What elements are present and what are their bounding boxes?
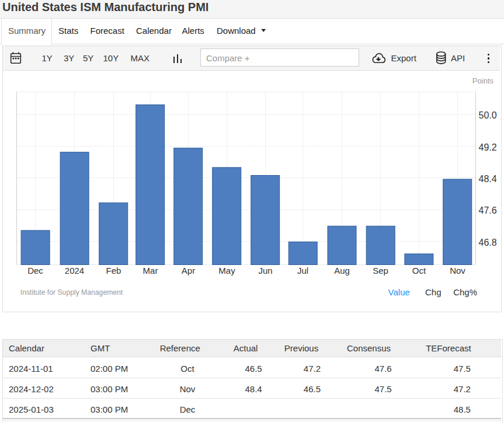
svg-text:47.6: 47.6 [479,205,497,215]
svg-text:Institute for Supply Managemen: Institute for Supply Management [20,288,123,297]
svg-text:Dec: Dec [27,266,43,275]
svg-text:Feb: Feb [106,266,121,275]
svg-text:50.0: 50.0 [479,110,497,120]
svg-text:Aug: Aug [334,266,350,275]
svg-text:May: May [218,266,235,275]
svg-text:Mar: Mar [143,266,158,275]
svg-text:Apr: Apr [182,266,195,275]
svg-text:46.8: 46.8 [479,238,497,247]
svg-text:Oct: Oct [412,266,426,275]
svg-text:49.2: 49.2 [479,142,497,152]
svg-text:Sep: Sep [373,266,388,275]
svg-text:Chg%: Chg% [453,287,477,297]
svg-text:Points: Points [472,76,494,85]
svg-text:48.4: 48.4 [479,174,497,184]
svg-text:Nov: Nov [450,266,465,275]
svg-text:Jun: Jun [258,266,272,275]
svg-text:Jul: Jul [297,266,308,275]
svg-text:2024: 2024 [65,266,84,275]
svg-text:Value: Value [388,287,410,297]
svg-text:Chg: Chg [425,287,442,297]
